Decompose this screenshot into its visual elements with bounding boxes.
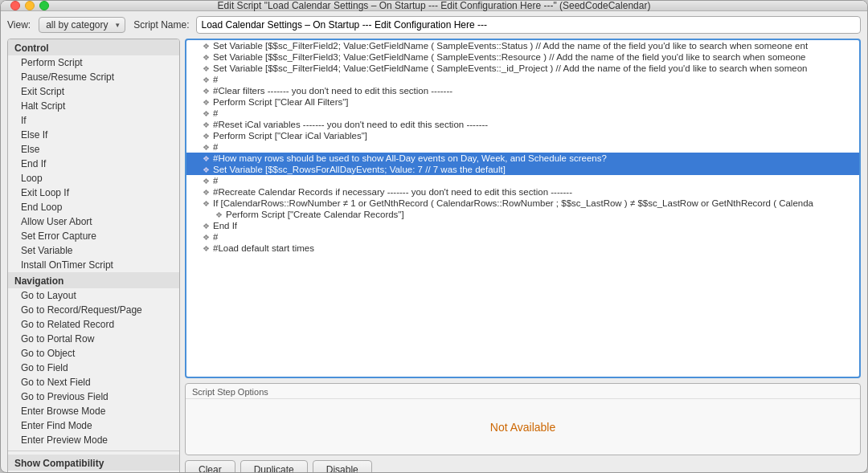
step-bullet: ❖ [203,42,210,51]
sidebar-item-go-to-object[interactable]: Go to Object [8,346,179,361]
step-bullet: ❖ [203,222,210,230]
view-select-wrapper[interactable]: all by category [39,17,125,33]
traffic-lights [10,1,49,10]
table-row[interactable]: ❖ Set Variable [$$sc_FilterField2; Value… [186,40,859,51]
step-text: Set Variable [$$sc_FilterField3; Value:G… [213,52,806,62]
table-row[interactable]: ❖ #Clear filters ------- you don't need … [186,85,859,96]
script-name-label: Script Name: [133,19,189,31]
main-window: Edit Script "Load Calendar Settings – On… [0,0,868,473]
step-bullet: ❖ [215,210,223,219]
step-bullet: ❖ [203,132,210,141]
step-bullet: ❖ [203,165,210,174]
sidebar-item-enter-find-mode[interactable]: Enter Find Mode [8,418,179,433]
table-row[interactable]: ❖ #Reset iCal variables ------- you don'… [186,119,859,130]
title-bar: Edit Script "Load Calendar Settings – On… [1,1,867,11]
sidebar-item-enter-browse-mode[interactable]: Enter Browse Mode [8,404,179,418]
options-content: Not Available [186,399,860,455]
script-name-input[interactable] [196,16,862,34]
sidebar-section-navigation: Navigation [8,272,179,288]
right-panel: ❖ Set Variable [$$sc_FilterField2; Value… [185,39,861,473]
step-text: Set Variable [$$sc_RowsForAllDayEvents; … [213,165,506,174]
script-step-options-panel: Script Step Options Not Available [185,383,861,455]
step-text: Set Variable [$$sc_FilterField2; Value:G… [213,41,808,51]
table-row[interactable]: ❖ Perform Script ["Clear All Filters"] [186,96,859,108]
step-text: #Load default start times [213,243,314,253]
step-text: If [CalendarRows::RowNumber ≠ 1 or GetNt… [213,198,813,208]
step-text: End If [213,221,237,230]
script-steps-list[interactable]: ❖ Set Variable [$$sc_FilterField2; Value… [185,39,861,378]
close-button[interactable] [10,1,20,10]
sidebar[interactable]: Control Perform Script Pause/Resume Scri… [7,39,180,473]
step-text: #Reset iCal variables ------- you don't … [213,120,488,129]
sidebar-item-end-if[interactable]: End If [8,157,179,171]
sidebar-item-pause-resume-script[interactable]: Pause/Resume Script [8,70,179,84]
table-row[interactable]: ❖ If [CalendarRows::RowNumber ≠ 1 or Get… [186,198,859,209]
table-row[interactable]: ❖ #Load default start times [186,243,859,254]
step-bullet: ❖ [203,177,210,186]
step-bullet: ❖ [203,75,210,84]
maximize-button[interactable] [39,1,49,10]
duplicate-button[interactable]: Duplicate [240,460,308,473]
table-row[interactable]: ❖ Set Variable [$$sc_FilterField4; Value… [186,63,859,74]
table-row[interactable]: ❖ Perform Script ["Clear iCal Variables"… [186,130,859,141]
sidebar-item-go-to-layout[interactable]: Go to Layout [8,288,179,303]
table-row[interactable]: ❖ # [186,108,859,119]
bottom-bar: Clear Duplicate Disable Run script with … [185,460,861,473]
step-bullet: ❖ [203,98,210,107]
step-text: #How many rows should be used to show Al… [213,153,607,163]
sidebar-item-halt-script[interactable]: Halt Script [8,99,179,113]
sidebar-item-set-error-capture[interactable]: Set Error Capture [8,229,179,243]
step-text: # [213,75,218,84]
table-row[interactable]: ❖ # [186,141,859,153]
window-title: Edit Script "Load Calendar Settings – On… [1,0,867,11]
step-text: # [213,108,218,118]
sidebar-item-perform-script[interactable]: Perform Script [8,55,179,70]
sidebar-item-else[interactable]: Else [8,142,179,157]
step-bullet: ❖ [203,87,210,96]
sidebar-item-go-to-portal-row[interactable]: Go to Portal Row [8,332,179,346]
step-text: # [213,176,218,186]
script-name-bar: Script Name: [133,16,861,34]
table-row[interactable]: ❖ # [186,175,859,186]
clear-button[interactable]: Clear [185,460,235,473]
minimize-button[interactable] [25,1,35,10]
step-bullet: ❖ [203,244,210,253]
sidebar-item-if[interactable]: If [8,113,179,128]
step-bullet: ❖ [203,109,210,118]
sidebar-item-go-to-previous-field[interactable]: Go to Previous Field [8,389,179,404]
sidebar-section-control: Control [8,39,179,55]
button-row: Clear Duplicate Disable [185,460,861,473]
step-text: # [213,232,218,242]
disable-button[interactable]: Disable [313,460,372,473]
table-row[interactable]: ❖ Set Variable [$$sc_FilterField3; Value… [186,51,859,63]
sidebar-item-end-loop[interactable]: End Loop [8,200,179,214]
step-bullet: ❖ [203,143,210,152]
sidebar-item-set-variable[interactable]: Set Variable [8,243,179,258]
sidebar-item-go-to-related-record[interactable]: Go to Related Record [8,317,179,332]
step-text: Perform Script ["Clear All Filters"] [213,97,349,107]
sidebar-item-go-to-record[interactable]: Go to Record/Request/Page [8,303,179,317]
step-text: Set Variable [$$sc_FilterField4; Value:G… [213,63,807,73]
sidebar-item-exit-script[interactable]: Exit Script [8,84,179,99]
sidebar-item-install-ontimer-script[interactable]: Install OnTimer Script [8,258,179,272]
step-text: # [213,142,218,152]
table-row[interactable]: ❖ #Recreate Calendar Records if necessar… [186,186,859,198]
view-select[interactable]: all by category [39,17,125,33]
sidebar-item-exit-loop-if[interactable]: Exit Loop If [8,186,179,200]
sidebar-item-go-to-next-field[interactable]: Go to Next Field [8,375,179,389]
table-row[interactable]: ❖ # [186,74,859,85]
sidebar-item-allow-user-abort[interactable]: Allow User Abort [8,214,179,229]
sidebar-item-loop[interactable]: Loop [8,171,179,186]
table-row[interactable]: ❖ #How many rows should be used to show … [186,153,859,164]
options-header: Script Step Options [186,384,860,399]
sidebar-item-else-if[interactable]: Else If [8,128,179,142]
sidebar-item-enter-preview-mode[interactable]: Enter Preview Mode [8,433,179,447]
step-text: #Clear filters ------- you don't need to… [213,86,452,96]
sidebar-item-go-to-field[interactable]: Go to Field [8,361,179,375]
table-row[interactable]: ❖ # [186,231,859,243]
step-bullet: ❖ [203,199,210,208]
table-row[interactable]: ❖ Set Variable [$$sc_RowsForAllDayEvents… [186,164,859,175]
table-row[interactable]: ❖ End If [186,220,859,231]
content-area: View: all by category Script Name: Contr… [1,11,867,473]
table-row[interactable]: ❖ Perform Script ["Create Calendar Recor… [186,209,859,220]
